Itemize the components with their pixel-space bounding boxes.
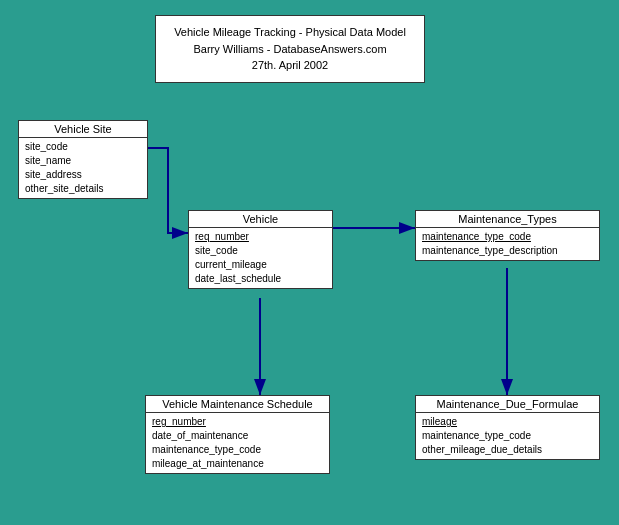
entity-maintenance-types: Maintenance_Types maintenance_type_code …	[415, 210, 600, 261]
field-current-mileage: current_mileage	[195, 258, 326, 272]
field-maintenance-type-description: maintenance_type_description	[422, 244, 593, 258]
field-vehicle-site-code: site_code	[195, 244, 326, 258]
entity-maintenance-types-body: maintenance_type_code maintenance_type_d…	[416, 228, 599, 260]
title-line2: Barry Williams - DatabaseAnswers.com	[166, 41, 414, 58]
entity-maintenance-types-header: Maintenance_Types	[416, 211, 599, 228]
entity-vms-header: Vehicle Maintenance Schedule	[146, 396, 329, 413]
entity-vehicle-body: req_number site_code current_mileage dat…	[189, 228, 332, 288]
field-mdf-maintenance-type-code: maintenance_type_code	[422, 429, 593, 443]
title-line1: Vehicle Mileage Tracking - Physical Data…	[166, 24, 414, 41]
entity-mdf-body: mileage maintenance_type_code other_mile…	[416, 413, 599, 459]
entity-vehicle: Vehicle req_number site_code current_mil…	[188, 210, 333, 289]
field-date-last-schedule: date_last_schedule	[195, 272, 326, 286]
field-other-mileage-due-details: other_mileage_due_details	[422, 443, 593, 457]
entity-vehicle-maintenance-schedule: Vehicle Maintenance Schedule reg_number …	[145, 395, 330, 474]
field-other-site-details: other_site_details	[25, 182, 141, 196]
field-site-address: site_address	[25, 168, 141, 182]
field-vms-maintenance-type-code: maintenance_type_code	[152, 443, 323, 457]
entity-vms-body: reg_number date_of_maintenance maintenan…	[146, 413, 329, 473]
field-date-of-maintenance: date_of_maintenance	[152, 429, 323, 443]
entity-vehicle-site-header: Vehicle Site	[19, 121, 147, 138]
diagram-container: Vehicle Mileage Tracking - Physical Data…	[0, 0, 619, 525]
entity-vehicle-site: Vehicle Site site_code site_name site_ad…	[18, 120, 148, 199]
field-req-number: req_number	[195, 230, 326, 244]
entity-maintenance-due-formulae: Maintenance_Due_Formulae mileage mainten…	[415, 395, 600, 460]
field-mileage: mileage	[422, 415, 593, 429]
field-maintenance-type-code: maintenance_type_code	[422, 230, 593, 244]
entity-vehicle-site-body: site_code site_name site_address other_s…	[19, 138, 147, 198]
title-box: Vehicle Mileage Tracking - Physical Data…	[155, 15, 425, 83]
connector-vsite-vehicle	[148, 148, 188, 233]
field-reg-number: reg_number	[152, 415, 323, 429]
entity-mdf-header: Maintenance_Due_Formulae	[416, 396, 599, 413]
field-site-name: site_name	[25, 154, 141, 168]
field-site-code: site_code	[25, 140, 141, 154]
entity-vehicle-header: Vehicle	[189, 211, 332, 228]
title-line3: 27th. April 2002	[166, 57, 414, 74]
field-mileage-at-maintenance: mileage_at_maintenance	[152, 457, 323, 471]
